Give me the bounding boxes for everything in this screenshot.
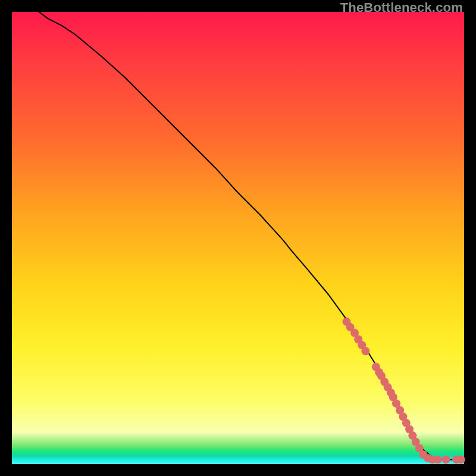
chart-marker-dot [434,455,442,464]
chart-marker-dot [361,347,369,355]
chart-frame: TheBottleneck.com [0,0,476,476]
chart-marker-dot [457,455,465,464]
chart-markers [342,318,465,464]
chart-line [39,12,464,459]
chart-svg [12,12,464,464]
chart-marker-dot [442,455,450,464]
chart-plot-area [12,12,464,464]
